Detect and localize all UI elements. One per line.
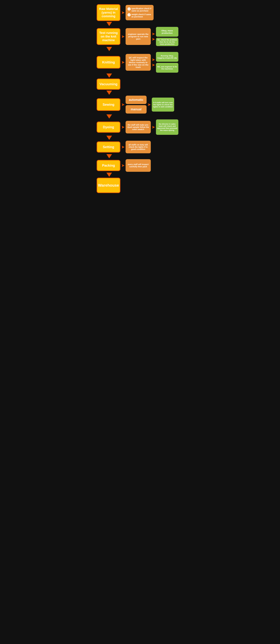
test-running-box: Test running on the knit machine (96, 28, 120, 45)
dyeing-desc: the staff will make pre-dyed sample foll… (126, 121, 151, 134)
arrow-right-knitting-2: ➤ ➤ (152, 58, 155, 67)
sewing-label: Sewing (102, 102, 114, 106)
flowchart: Raw Material (yarns) In comming ➤ 1 spec… (91, 4, 189, 193)
desc-item-1: specification check if same as purchase (132, 8, 152, 12)
dyeing-desc-text: the staff will make pre-dyed sample foll… (127, 124, 150, 130)
test-result-ok: Okay, mass production (156, 27, 178, 37)
sewing-auto-manual: automatic manual (126, 96, 146, 114)
setting-desc-text: all staffs on duty will check the tights… (127, 144, 150, 150)
test-running-desc: engineer operate the program to run new … (126, 28, 151, 45)
arrow-right-knitting: ➤ (121, 60, 125, 64)
dyeing-label: Dyeing (103, 125, 114, 129)
knitting-results: Running Okay, bagging w/specific qty NG,… (156, 52, 178, 73)
arrow-down-4 (106, 90, 112, 95)
sewing-auto: automatic (126, 96, 146, 104)
arrow-down-7 (106, 154, 112, 158)
step-raw-material: Raw Material (yarns) In comming ➤ 1 spec… (96, 4, 154, 21)
knitting-label: Knitting (102, 60, 115, 64)
test-result-ng: No, check the problem then fix to run th… (156, 38, 178, 46)
step-test-running: Test running on the knit machine ➤ engin… (96, 27, 178, 46)
arrow-down-1 (106, 22, 112, 26)
sewing-result: 3-4 staffs will turn over the tights to … (152, 98, 174, 112)
setting-label: Setting (103, 145, 114, 149)
arrow-right-test-2: ➤ ➤ (152, 32, 155, 41)
test-arrows-col: ➤ ➤ (152, 32, 155, 41)
arrow-right-dyeing-2: ➤ (152, 125, 155, 129)
numbered-item-2: 2 weight check if same as purchase (128, 13, 152, 18)
arrow-down-5 (106, 114, 112, 118)
knitting-box: Knitting (96, 56, 120, 68)
test-running-label: Test running on the knit machine (98, 31, 118, 42)
step-knitting: Knitting ➤ QC will inspect the tight tub… (96, 52, 178, 73)
num-2: 2 (128, 13, 130, 16)
raw-material-label: Raw Material (yarns) In comming (98, 7, 118, 18)
test-running-desc-text: engineer operate the program to run new … (127, 33, 150, 40)
sewing-manual: manual (126, 105, 146, 114)
knitting-result-ng: NG, ask engineer to fix the machines (156, 63, 178, 73)
packing-desc: every staff will inspect carefully then … (126, 159, 151, 172)
step-sewing: Sewing ➤ automatic manual ➤ 3-4 staffs w… (96, 96, 174, 114)
dyeing-result: the director & sales team will check and… (156, 120, 178, 135)
arrow-down-6 (106, 136, 112, 140)
arrow-right-raw: ➤ (121, 10, 125, 15)
setting-box: Setting (96, 142, 120, 152)
step-vacuuming: Vacuuming (96, 78, 120, 90)
knitting-arrows-col: ➤ ➤ (152, 58, 155, 67)
raw-material-desc: 1 specification check if same as purchas… (126, 5, 154, 20)
warehouse-label: Warehouse (98, 183, 119, 188)
arrow-right-setting: ➤ (121, 145, 125, 149)
test-results: Okay, mass production No, check the prob… (156, 27, 178, 46)
vacuuming-label: Vacuuming (100, 82, 118, 86)
packing-desc-text: every staff will inspect carefully then … (127, 163, 150, 168)
knitting-desc-text: QC will inspect the tight tubes with dev… (127, 56, 150, 68)
arrow-right-packing: ➤ (121, 164, 125, 168)
setting-desc: all staffs on duty will check the tights… (126, 141, 151, 153)
arrow-down-8 (106, 172, 112, 177)
desc-item-2: weight check if same as purchase (132, 13, 152, 18)
dyeing-box: Dyeing (96, 122, 120, 133)
arrow-right-dyeing: ➤ (121, 125, 125, 129)
vacuuming-box: Vacuuming (96, 78, 120, 90)
arrow-down-2 (106, 47, 112, 51)
sewing-box: Sewing (96, 98, 120, 111)
numbered-item-1: 1 specification check if same as purchas… (128, 8, 152, 12)
packing-box: Packing (96, 160, 120, 171)
packing-label: Packing (102, 164, 115, 168)
knitting-desc: QC will inspect the tight tubes with dev… (126, 54, 151, 71)
step-setting: Setting ➤ all staffs on duty will check … (96, 141, 151, 153)
arrow-right-sewing-2: ➤ (148, 102, 151, 107)
step-packing: Packing ➤ every staff will inspect caref… (96, 159, 151, 172)
arrow-right-test: ➤ (121, 34, 125, 39)
arrow-down-3 (106, 74, 112, 78)
step-warehouse: Warehouse (96, 178, 120, 193)
num-1: 1 (128, 8, 130, 10)
step-dyeing: Dyeing ➤ the staff will make pre-dyed sa… (96, 120, 178, 135)
arrow-right-sewing: ➤ (121, 102, 125, 107)
raw-material-box: Raw Material (yarns) In comming (96, 4, 120, 21)
knitting-result-ok: Running Okay, bagging w/specific qty (156, 52, 178, 62)
warehouse-box: Warehouse (96, 178, 120, 193)
